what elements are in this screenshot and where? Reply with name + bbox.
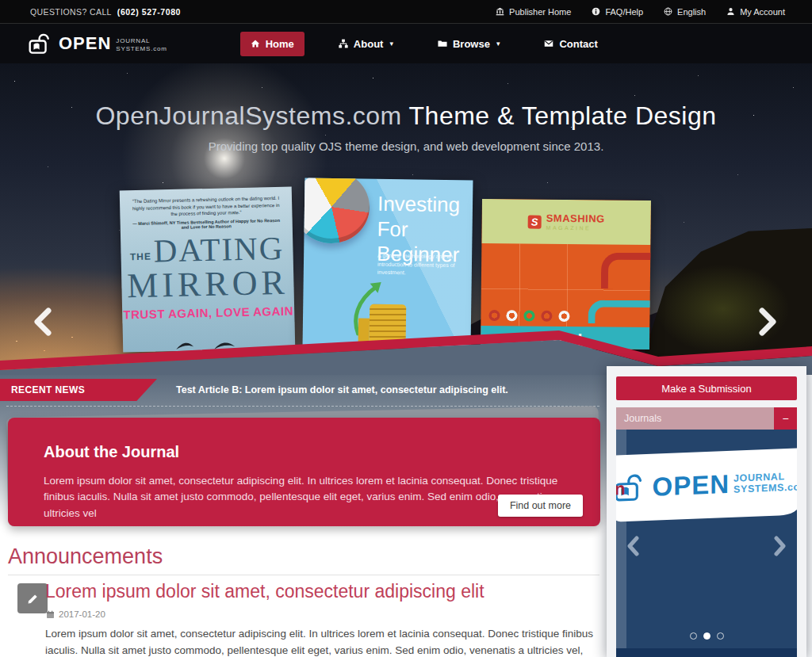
chevron-left-icon bbox=[32, 307, 52, 336]
make-submission-button[interactable]: Make a Submission bbox=[616, 376, 797, 400]
folder-icon bbox=[438, 39, 447, 48]
sidebar: Make a Submission Journals − n OPEN JOUR… bbox=[607, 366, 806, 657]
faq-help-link[interactable]: FAQ/Help bbox=[592, 7, 643, 17]
topbar: QUESTIONS? CALL (602) 527-7080 Publisher… bbox=[0, 0, 812, 24]
nav-item-about[interactable]: About ▾ bbox=[328, 32, 404, 56]
carousel-dot-2-active[interactable] bbox=[703, 632, 710, 640]
book2-title1: Investing bbox=[377, 192, 461, 217]
book3-brand: SMASHING bbox=[546, 213, 605, 224]
smashing-s-icon: S bbox=[528, 215, 542, 228]
book1-the: THE bbox=[130, 251, 151, 263]
about-journal-block: About the Journal Lorem ipsum dolor sit … bbox=[8, 418, 600, 526]
user-icon bbox=[726, 7, 735, 16]
journal-logo[interactable]: OPEN JOURNAL SYSTEMS.com bbox=[616, 466, 797, 503]
announcements-heading: Announcements bbox=[8, 544, 163, 569]
info-icon bbox=[592, 7, 600, 16]
announcements-divider bbox=[8, 575, 599, 575]
nav-item-browse[interactable]: Browse ▾ bbox=[427, 32, 511, 56]
carousel-dot-3[interactable] bbox=[717, 632, 724, 640]
book1-title2: MIRROR bbox=[121, 265, 294, 304]
book2-subtitle: A general methodology and an introductio… bbox=[377, 252, 457, 278]
red-pipe-decoration bbox=[601, 252, 651, 289]
nav-home-label: Home bbox=[266, 38, 294, 50]
site-logo[interactable]: OPEN JOURNAL SYSTEMS.com bbox=[29, 33, 167, 55]
nav-item-home[interactable]: Home bbox=[240, 32, 304, 56]
topbar-links: Publisher Home FAQ/Help English My Accou… bbox=[496, 7, 785, 17]
publisher-home-label: Publisher Home bbox=[509, 7, 571, 17]
language-label: English bbox=[677, 7, 706, 17]
phone-info: QUESTIONS? CALL (602) 527-7080 bbox=[30, 7, 181, 17]
envelope-icon bbox=[544, 39, 553, 48]
hero-banner: OpenJournalSystems.com Theme & Template … bbox=[0, 63, 812, 375]
collapse-button[interactable]: − bbox=[774, 407, 797, 430]
logo-subtext: JOURNAL SYSTEMS.com bbox=[116, 37, 167, 52]
find-out-more-button[interactable]: Find out more bbox=[498, 495, 583, 517]
book1-title-row: THE DATING bbox=[121, 233, 293, 268]
chevron-right-icon bbox=[758, 307, 779, 336]
sitemap-icon bbox=[339, 39, 348, 48]
language-link[interactable]: English bbox=[664, 7, 706, 17]
journals-next-button[interactable] bbox=[774, 536, 787, 556]
book1-title1: DATING bbox=[153, 233, 284, 267]
bank-icon bbox=[496, 7, 504, 16]
announcement-type-badge bbox=[17, 583, 48, 613]
logo-line1: JOURNAL bbox=[116, 37, 150, 44]
pencil-icon bbox=[26, 592, 40, 605]
carousel-dots bbox=[616, 632, 797, 640]
book1-quote: “The Dating Mirror presents a refreshing… bbox=[129, 195, 283, 219]
announcement-meta: 2017-01-20 bbox=[46, 609, 105, 619]
peek-letter: n bbox=[616, 479, 625, 500]
nav-item-contact[interactable]: Contact bbox=[534, 32, 607, 56]
chevron-down-icon: ▾ bbox=[496, 40, 500, 48]
book3-header-band: S SMASHING MAGAZINE bbox=[481, 199, 651, 245]
page: { "colors": { "crimson": "#bf1e3e", "nav… bbox=[0, 0, 812, 657]
about-title: About the Journal bbox=[44, 443, 179, 461]
hero-title: OpenJournalSystems.com Theme & Template … bbox=[0, 101, 812, 131]
phone-number: (602) 527-7080 bbox=[117, 7, 181, 17]
journals-label: Journals bbox=[616, 413, 661, 424]
logo-line2: SYSTEMS.com bbox=[116, 45, 167, 52]
nav-about-label: About bbox=[354, 38, 384, 50]
journal-logo-band: n OPEN JOURNAL SYSTEMS.com bbox=[616, 448, 797, 521]
my-account-link[interactable]: My Account bbox=[726, 7, 785, 17]
about-body: Lorem ipsum dolor sit amet, consectetur … bbox=[44, 473, 567, 521]
city-lights-decoration bbox=[0, 63, 2, 64]
open-lock-book-icon bbox=[29, 33, 54, 55]
journal-logo-line2: SYSTEMS.com bbox=[733, 481, 797, 495]
next-slide-peek bbox=[616, 648, 797, 657]
hero-title-bold: Theme & Template Design bbox=[402, 101, 717, 130]
journal-logo-subtext: JOURNAL SYSTEMS.com bbox=[733, 470, 797, 495]
carousel-next-button[interactable] bbox=[758, 307, 779, 336]
calendar-icon bbox=[46, 610, 55, 619]
journals-prev-button[interactable] bbox=[626, 536, 639, 556]
journals-accordion-header[interactable]: Journals − bbox=[616, 407, 797, 430]
pie-chart-graphic bbox=[303, 178, 370, 244]
dashed-divider bbox=[6, 406, 599, 407]
announcement-title-link[interactable]: Lorem ipsum dolor sit amet, consectetur … bbox=[45, 581, 485, 602]
chevron-left-icon bbox=[626, 536, 639, 556]
carousel-prev-button[interactable] bbox=[32, 307, 52, 336]
announcement-date: 2017-01-20 bbox=[59, 609, 105, 619]
nav-contact-label: Contact bbox=[559, 38, 597, 50]
publisher-home-link[interactable]: Publisher Home bbox=[496, 7, 571, 17]
navbar: OPEN JOURNAL SYSTEMS.com Home About ▾ Br… bbox=[0, 24, 812, 63]
faq-help-label: FAQ/Help bbox=[605, 7, 643, 17]
chevron-right-icon bbox=[774, 536, 787, 556]
hero-title-regular: OpenJournalSystems.com bbox=[95, 101, 401, 130]
globe-icon bbox=[664, 7, 672, 16]
book1-attribution: — Marci Shimoff, NY Times Bestselling Au… bbox=[132, 218, 282, 231]
announcement-body: Lorem ipsum dolor sit amet, consectetur … bbox=[45, 625, 599, 657]
journals-carousel: n OPEN JOURNAL SYSTEMS.com bbox=[616, 430, 797, 657]
right-margin bbox=[806, 375, 812, 657]
carousel-dot-1[interactable] bbox=[690, 632, 697, 640]
main-menu: Home About ▾ Browse ▾ Contact bbox=[240, 32, 608, 56]
news-headline-link[interactable]: Test Article B: Lorem ipsum dolor sit am… bbox=[176, 379, 508, 401]
nav-browse-label: Browse bbox=[453, 38, 490, 50]
logo-word: OPEN bbox=[59, 33, 111, 54]
recent-news-ribbon: RECENT NEWS bbox=[0, 379, 157, 401]
home-icon bbox=[251, 39, 260, 48]
my-account-label: My Account bbox=[740, 7, 785, 17]
chevron-down-icon: ▾ bbox=[389, 40, 393, 48]
about-journal-card: About the Journal Lorem ipsum dolor sit … bbox=[8, 418, 600, 526]
journal-logo-word: OPEN bbox=[652, 469, 730, 502]
